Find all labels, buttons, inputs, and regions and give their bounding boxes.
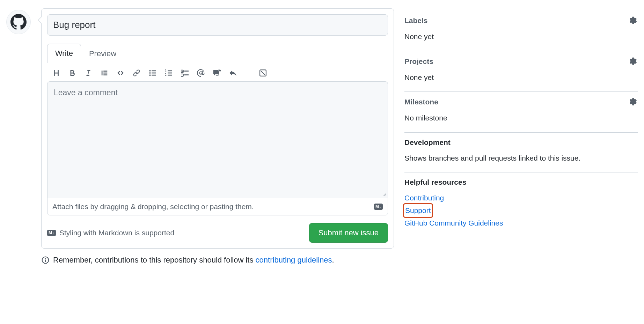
gear-icon[interactable] [629,97,638,106]
helpful-resources-heading: Helpful resources [404,178,466,186]
bold-icon[interactable] [68,69,76,77]
svg-text:1: 1 [165,69,167,73]
info-icon [41,256,50,264]
development-body: Shows branches and pull requests linked … [404,152,638,164]
issue-title-input[interactable] [47,14,388,36]
submit-new-issue-button[interactable]: Submit new issue [309,223,388,243]
attach-hint-text: Attach files by dragging & dropping, sel… [52,202,254,211]
task-list-icon[interactable] [181,69,189,77]
labels-heading[interactable]: Labels [404,16,428,25]
contributing-guidelines-link[interactable]: contributing guidelines [256,256,332,264]
projects-heading[interactable]: Projects [404,57,433,66]
code-icon[interactable] [116,69,125,77]
attach-files-area[interactable]: Attach files by dragging & dropping, sel… [47,198,388,215]
labels-value: None yet [404,31,638,43]
svg-point-1 [149,72,151,74]
contribution-footer: Remember, contributions to this reposito… [41,256,394,265]
markdown-badge-icon: M↓ [47,230,56,236]
saved-replies-icon[interactable] [259,69,267,77]
mention-icon[interactable] [197,69,205,77]
tab-preview[interactable]: Preview [81,44,124,63]
support-link[interactable]: Support [404,205,432,216]
svg-rect-3 [152,70,156,71]
development-heading: Development [404,138,451,147]
reply-icon[interactable] [229,69,237,77]
numbered-list-icon[interactable]: 12 [164,69,173,77]
svg-rect-13 [181,74,183,76]
svg-rect-5 [152,75,156,76]
svg-text:2: 2 [165,73,167,76]
markdown-badge-icon[interactable]: M↓ [374,204,383,210]
markdown-support-text: Styling with Markdown is supported [59,229,174,237]
quote-icon[interactable] [100,69,109,77]
resize-handle-icon[interactable] [382,192,386,197]
gear-icon[interactable] [629,16,638,25]
gear-icon[interactable] [629,57,638,66]
svg-point-2 [149,74,151,76]
issue-editor: Write Preview 12 [41,8,394,249]
milestone-heading[interactable]: Milestone [404,98,438,106]
svg-rect-12 [184,71,189,72]
cross-reference-icon[interactable] [213,69,221,77]
markdown-support-link[interactable]: M↓ Styling with Markdown is supported [47,229,174,237]
svg-rect-8 [168,70,172,71]
projects-value: None yet [404,72,638,83]
community-guidelines-link[interactable]: GitHub Community Guidelines [404,217,503,229]
tab-write[interactable]: Write [47,44,81,63]
bullet-list-icon[interactable] [148,69,157,77]
octocat-icon [10,14,27,30]
svg-rect-14 [184,74,189,75]
avatar[interactable] [6,10,31,34]
svg-point-0 [149,70,151,72]
comment-textarea[interactable] [47,82,388,197]
footer-prefix: Remember, contributions to this reposito… [53,256,256,264]
link-icon[interactable] [132,69,141,77]
contributing-link[interactable]: Contributing [404,192,444,204]
svg-rect-9 [168,73,172,74]
footer-suffix: . [332,256,334,264]
milestone-value: No milestone [404,112,638,124]
svg-rect-10 [168,75,172,76]
italic-icon[interactable] [84,69,93,77]
heading-icon[interactable] [52,69,60,77]
formatting-toolbar: 12 [42,63,394,81]
svg-rect-4 [152,73,156,74]
